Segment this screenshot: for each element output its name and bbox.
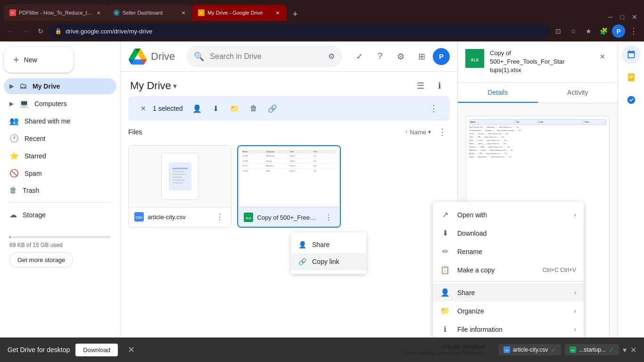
address-bar[interactable]: 🔒 drive.google.com/drive/my-drive — [49, 24, 550, 39]
copylink-label: Copy link — [312, 258, 339, 265]
settings-btn[interactable]: ⚙ — [391, 47, 410, 66]
sidebar-item-storage[interactable]: ☁ Storage — [4, 206, 116, 223]
tab-pdfiller[interactable]: P PDFfiller - How_To_Reduce_the... ✕ — [4, 5, 107, 21]
ctx-download[interactable]: ⬇ Download — [433, 224, 584, 242]
new-tab-button[interactable]: + — [289, 8, 302, 21]
sidebar-item-shared[interactable]: 👥 Shared with me — [4, 113, 116, 129]
minimize-btn[interactable]: ─ — [605, 13, 616, 21]
move-btn[interactable]: 📁 — [226, 100, 243, 117]
notification-download-btn[interactable]: Download — [75, 344, 118, 356]
tab-details[interactable]: Details — [458, 83, 538, 103]
mini-menu-item-copylink[interactable]: 🔗 Copy link — [291, 253, 366, 270]
delete-btn[interactable]: 🗑 — [245, 100, 262, 117]
search-bar[interactable]: 🔍 ⚙ — [186, 46, 342, 67]
extension-btn[interactable]: 🧩 — [597, 25, 610, 38]
file-footer-1: CSV article-city.csv ⋮ — [129, 207, 231, 226]
new-button[interactable]: + New — [4, 47, 74, 73]
ctx-make-copy[interactable]: 📋 Make a copy Ctrl+C Ctrl+V — [433, 261, 584, 279]
files-label: Files — [128, 128, 142, 136]
docs-workspace-btn[interactable] — [622, 68, 641, 87]
maximize-btn[interactable]: □ — [618, 13, 627, 21]
ctx-organize[interactable]: 📁 Organize › — [433, 302, 584, 320]
search-filter-icon[interactable]: ⚙ — [328, 52, 335, 61]
ctx-share[interactable]: 👤 Share › — [433, 283, 584, 302]
notif-chevron-down[interactable]: ▾ — [623, 346, 627, 354]
help-btn[interactable]: ✓ — [350, 47, 369, 66]
file-card-1[interactable]: CSV article-city.csv ⋮ — [128, 145, 231, 228]
get-more-storage-button[interactable]: Get more storage — [9, 252, 73, 268]
list-view-btn[interactable]: ☰ — [412, 77, 429, 94]
sidebar-item-recent[interactable]: 🕐 Recent — [4, 130, 116, 147]
sidebar-item-computers[interactable]: ▶ 💻 Computers — [4, 95, 116, 112]
tab-activity[interactable]: Activity — [538, 83, 618, 103]
ctx-rename[interactable]: ✏ Rename — [433, 242, 584, 261]
file-card-2[interactable]: Name Category Link Free Tool A Marketing… — [237, 145, 340, 228]
calendar-workspace-btn[interactable] — [622, 45, 641, 64]
cast-btn[interactable]: ⊡ — [552, 25, 565, 38]
computers-icon: 💻 — [19, 99, 29, 108]
share-mini-label: Share — [312, 241, 330, 248]
back-button[interactable]: ← — [4, 25, 17, 38]
sidebar-item-starred[interactable]: ⭐ Starred — [4, 148, 116, 164]
reload-button[interactable]: ↻ — [34, 25, 47, 38]
star-btn[interactable]: ★ — [582, 25, 595, 38]
bookmark-btn[interactable]: ☆ — [567, 25, 580, 38]
more-toolbar-btn[interactable]: ⋮ — [425, 100, 442, 117]
profile-avatar[interactable]: P — [433, 48, 450, 65]
file-preview-2: Name Category Link Free Tool A Marketing… — [238, 146, 339, 207]
tab-close-pdf[interactable]: ✕ — [95, 9, 102, 16]
svg-text:XLS: XLS — [571, 350, 575, 352]
apps-btn[interactable]: ⊞ — [412, 47, 431, 66]
forward-button[interactable]: → — [19, 25, 32, 38]
sidebar-item-my-drive[interactable]: ▶ 🗂 My Drive — [4, 78, 116, 94]
open-with-icon: ↗ — [440, 210, 450, 219]
notif-files: CSV article-city.csv ✓ XLS ...startup...… — [499, 344, 636, 355]
share-ctx-icon: 👤 — [440, 288, 450, 297]
question-btn[interactable]: ? — [371, 47, 389, 66]
drive-page-title[interactable]: My Drive ▾ — [130, 80, 177, 92]
notification-close-btn[interactable]: ✕ — [124, 342, 139, 357]
my-drive-label: My Drive — [33, 82, 60, 90]
sort-up-icon: ↑ — [405, 129, 408, 135]
ctx-open-with[interactable]: ↗ Open with › — [433, 206, 584, 224]
spam-label: Spam — [25, 170, 42, 177]
tab-close-drive[interactable]: ✕ — [274, 9, 281, 16]
file-more-1[interactable]: ⋮ — [214, 211, 225, 222]
tab-close-seller[interactable]: ✕ — [180, 9, 187, 16]
svg-rect-6 — [173, 182, 183, 183]
sort-button[interactable]: ↑ Name ▾ — [401, 126, 435, 139]
mini-menu-item-share[interactable]: 👤 Share — [291, 236, 366, 253]
files-more-btn[interactable]: ⋮ — [435, 124, 450, 140]
tab-drive[interactable]: D My Drive - Google Drive ✕ — [192, 5, 287, 21]
link-btn[interactable]: 🔗 — [264, 100, 281, 117]
notification-title: Get Drive for desktop — [8, 346, 70, 354]
tasks-workspace-btn[interactable] — [622, 90, 641, 109]
menu-btn[interactable]: ⋮ — [627, 25, 640, 38]
profile-circle[interactable]: P — [612, 25, 625, 38]
open-with-arrow: › — [574, 212, 576, 218]
panel-header: XLS Copy of500+_Free_Tools_For_Startups(… — [458, 41, 618, 83]
sidebar-item-trash[interactable]: 🗑 Trash — [4, 182, 116, 198]
download-toolbar-btn[interactable]: ⬇ — [207, 100, 224, 117]
make-copy-shortcut: Ctrl+C Ctrl+V — [543, 267, 576, 273]
sidebar-item-spam[interactable]: 🚫 Spam — [4, 165, 116, 181]
close-btn[interactable]: ✕ — [629, 13, 640, 21]
share-users-btn[interactable]: 👤 — [189, 100, 206, 117]
svg-text:XLS: XLS — [246, 217, 251, 220]
panel-close-btn[interactable]: ✕ — [595, 49, 610, 64]
tab-title-seller: Seller Dashboard — [123, 10, 177, 16]
ctx-file-info[interactable]: ℹ File information › — [433, 320, 584, 338]
panel-title: Copy of500+_Free_Tools_For_Startups(1).x… — [490, 49, 589, 75]
tab-seller[interactable]: S Seller Dashboard ✕ — [107, 5, 192, 21]
file-more-2[interactable]: ⋮ — [323, 212, 334, 223]
clear-selection-btn[interactable]: ✕ — [136, 101, 151, 116]
sidebar-nav: ▶ 🗂 My Drive ▶ 💻 Computers 👥 Shared with… — [4, 78, 116, 223]
recent-icon: 🕐 — [9, 134, 19, 143]
svg-rect-2 — [173, 171, 184, 172]
notif-x[interactable]: ✕ — [630, 346, 636, 354]
selection-toolbar: ✕ 1 selected 👤 ⬇ 📁 🗑 🔗 ⋮ — [128, 96, 450, 121]
search-input[interactable] — [210, 52, 322, 61]
make-copy-icon: 📋 — [440, 265, 450, 274]
storage-icon: ☁ — [9, 210, 17, 219]
info-btn[interactable]: ℹ — [431, 77, 448, 94]
